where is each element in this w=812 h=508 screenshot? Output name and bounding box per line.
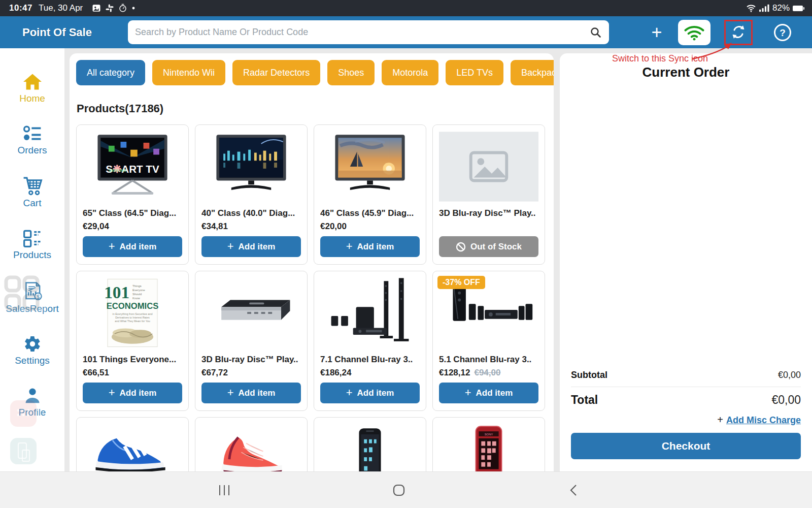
- product-image-shoe-red: [201, 424, 301, 471]
- add-new-button[interactable]: +: [642, 23, 671, 42]
- discount-badge: -37% OFF: [437, 276, 485, 289]
- network-status-button[interactable]: [678, 20, 710, 45]
- product-title: 65" Class (64.5" Diag...: [83, 208, 182, 218]
- category-chip-shoes[interactable]: Shoes: [327, 60, 375, 85]
- product-image-tv-city: [201, 131, 301, 202]
- slack-icon: [105, 4, 114, 13]
- plus-icon: +: [109, 386, 115, 399]
- checkout-button[interactable]: Checkout: [571, 433, 801, 459]
- search-icon[interactable]: [590, 26, 602, 39]
- search-bar[interactable]: [128, 20, 609, 44]
- product-image-placeholder: [439, 131, 538, 202]
- product-price: €67,72: [201, 368, 228, 378]
- subtotal-label: Subtotal: [571, 370, 607, 380]
- product-title: 7.1 Channel Blu-ray 3..: [320, 355, 420, 365]
- annotation-text: Switch to this Sync icon: [612, 53, 708, 64]
- current-order-panel: Current Order Subtotal €0,00 Total €0,00…: [560, 53, 812, 471]
- product-image-tv-sunset: [320, 131, 420, 202]
- subtotal-row: Subtotal €0,00: [571, 366, 801, 387]
- product-title: 101 Things Everyone...: [83, 355, 182, 365]
- sidebar-item-home[interactable]: Home: [0, 73, 64, 104]
- status-date: Tue, 30 Apr: [39, 3, 83, 13]
- back-icon[interactable]: [558, 479, 589, 501]
- wifi-status-icon: [746, 4, 756, 12]
- total-row: Total €0,00: [571, 387, 801, 410]
- svg-text:in Everything from Securities: in Everything from Securities and: [113, 312, 153, 315]
- home-nav-icon[interactable]: [384, 479, 414, 501]
- sidebar-item-profile[interactable]: Profile: [0, 387, 64, 418]
- product-image-tv-smart: S❋ART TV SAMSUNG: [83, 131, 182, 202]
- product-price-row: €29,04: [83, 220, 182, 233]
- svg-text:Things: Things: [132, 284, 142, 288]
- product-card: -37% OFF 5.1 Channel Blu-ray 3.. €128,12…: [432, 271, 545, 411]
- help-icon: ?: [773, 23, 792, 42]
- add-item-button[interactable]: +Add item: [201, 236, 301, 257]
- profile-icon: [23, 387, 42, 405]
- sidebar-item-sales-report[interactable]: $ SalesReport: [0, 281, 64, 314]
- wifi-icon: [684, 24, 705, 41]
- product-price-row: €67,72: [201, 366, 301, 379]
- sidebar-item-cart[interactable]: Cart: [0, 176, 64, 209]
- product-image-walkman-red: SONY: [439, 424, 538, 471]
- add-item-button[interactable]: +Add item: [201, 383, 301, 403]
- product-title: 46" Class (45.9" Diag...: [320, 208, 420, 218]
- sidebar-item-products[interactable]: Products: [0, 229, 64, 261]
- product-card: +Add item: [314, 417, 426, 471]
- add-item-button[interactable]: +Add item: [320, 383, 420, 403]
- order-panel-title: Current Order: [560, 65, 812, 80]
- sidebar-item-settings[interactable]: Settings: [0, 335, 64, 366]
- product-price: €20,00: [320, 221, 347, 232]
- add-misc-charge-link[interactable]: Add Misc Charge: [726, 415, 801, 425]
- category-chip-nintendo-wii[interactable]: Nintendo Wii: [152, 60, 225, 85]
- category-chip-led-tvs[interactable]: LED TVs: [446, 60, 503, 85]
- product-price-row: €20,00: [320, 220, 420, 233]
- product-card: 3D Blu-ray Disc™ Play.. Out of Stock: [432, 124, 545, 265]
- android-status-bar: 10:47 Tue, 30 Apr 82%: [0, 0, 812, 16]
- category-chip-motorola[interactable]: Motorola: [382, 60, 438, 85]
- svg-text:Know: Know: [132, 297, 140, 300]
- sidebar-nav: Home Orders Cart Products $ SalesReport …: [0, 48, 64, 471]
- svg-text:ECONOMICS: ECONOMICS: [107, 301, 159, 311]
- plus-icon: +: [227, 386, 234, 399]
- sidebar-item-orders[interactable]: Orders: [0, 124, 64, 156]
- sync-button[interactable]: [727, 20, 750, 44]
- add-item-button[interactable]: +Add item: [439, 383, 538, 403]
- svg-text:SAMSUNG: SAMSUNG: [109, 169, 126, 172]
- category-chip-backpacks[interactable]: Backpacks: [511, 60, 554, 85]
- settings-icon: [22, 335, 43, 353]
- plus-icon: +: [465, 386, 471, 399]
- product-title: 40" Class (40.0" Diag...: [201, 208, 301, 218]
- photo-icon: [92, 4, 101, 13]
- svg-text:Should: Should: [132, 293, 142, 296]
- svg-text:and What They Mean for You: and What They Mean for You: [115, 320, 150, 323]
- plus-icon: +: [717, 414, 723, 425]
- help-button[interactable]: ?: [771, 21, 794, 44]
- battery-icon: [793, 6, 803, 11]
- products-panel: All categoryNintendo WiiRadar DetectorsS…: [70, 53, 554, 471]
- add-item-button[interactable]: +Add item: [83, 236, 182, 257]
- product-image-phone-black: [320, 424, 420, 471]
- search-input[interactable]: [135, 27, 590, 38]
- category-list: All categoryNintendo WiiRadar DetectorsS…: [70, 53, 554, 85]
- plus-icon: +: [109, 240, 115, 253]
- product-price: €29,04: [83, 221, 109, 232]
- product-image-speakers-71: [320, 277, 420, 348]
- recents-icon[interactable]: [209, 479, 240, 501]
- product-price: €128,12: [439, 368, 470, 378]
- home-icon: [22, 73, 43, 91]
- category-chip-all-category[interactable]: All category: [76, 60, 145, 85]
- app-header: Point Of Sale + ?: [0, 16, 812, 48]
- plus-icon: +: [346, 386, 353, 399]
- product-card: +Add item: [195, 417, 308, 471]
- add-item-button[interactable]: +Add item: [320, 236, 420, 257]
- add-item-button[interactable]: +Add item: [83, 383, 182, 403]
- battery-percent: 82%: [772, 3, 790, 13]
- category-chip-radar-detectors[interactable]: Radar Detectors: [232, 60, 320, 85]
- product-card: 101 ThingsEveryoneShouldKnow ECONOMICS i…: [76, 271, 189, 411]
- sales-report-icon: $: [21, 281, 44, 301]
- product-card: +Add item: [76, 417, 189, 471]
- product-price: €34,81: [201, 221, 228, 232]
- product-card: 46" Class (45.9" Diag... €20,00 +Add ite…: [314, 124, 426, 265]
- product-card: 40" Class (40.0" Diag... €34,81 +Add ite…: [195, 124, 308, 265]
- products-heading: Products(17186): [77, 102, 554, 115]
